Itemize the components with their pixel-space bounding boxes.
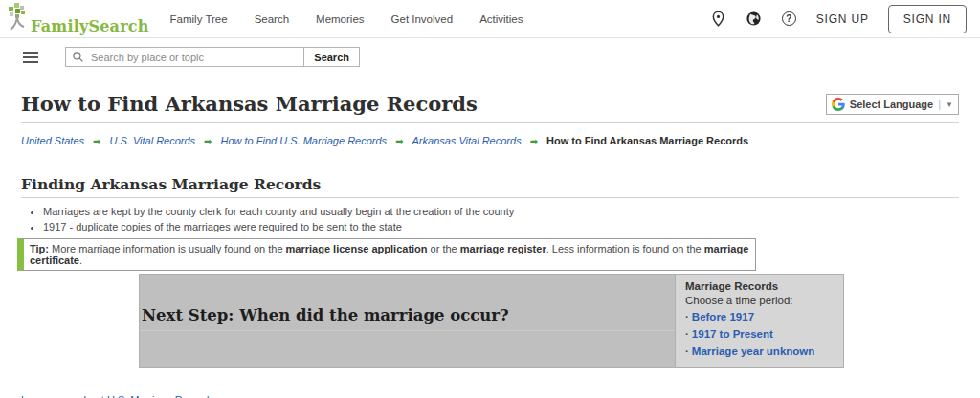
tip-bold-register: marriage register bbox=[460, 243, 546, 254]
link-before-1917[interactable]: Before 1917 bbox=[692, 311, 754, 322]
fact-list: Marriages are kept by the county clerk f… bbox=[43, 206, 964, 232]
title-row: How to Find Arkansas Marriage Records Se… bbox=[16, 92, 964, 116]
tip-box: Tip: More marriage information is usuall… bbox=[17, 238, 756, 271]
fact-item: 1917 - duplicate copies of the marriages… bbox=[43, 221, 964, 232]
link-1917-to-present[interactable]: 1917 to Present bbox=[692, 328, 773, 340]
link-marriage-year-unknown[interactable]: Marriage year unknown bbox=[692, 345, 814, 357]
bullet-dot: · bbox=[685, 311, 689, 322]
tip-label: Tip: bbox=[30, 243, 49, 254]
nav-activities[interactable]: Activities bbox=[479, 13, 523, 25]
language-separator: | bbox=[938, 99, 941, 110]
select-language-label: Select Language bbox=[850, 99, 933, 110]
main-nav: Family Tree Search Memories Get Involved… bbox=[170, 13, 523, 25]
tip-text: More marriage information is usually fou… bbox=[49, 243, 286, 254]
breadcrumb-current-page: How to Find Arkansas Marriage Records bbox=[546, 135, 748, 146]
page-title: How to Find Arkansas Marriage Records bbox=[21, 92, 478, 116]
breadcrumb-us-marriage-records[interactable]: How to Find U.S. Marriage Records bbox=[221, 135, 388, 146]
search-bar: Search bbox=[65, 47, 360, 67]
breadcrumb-arrow-icon: ➡ bbox=[530, 136, 538, 146]
breadcrumb: United States ➡ U.S. Vital Records ➡ How… bbox=[16, 135, 964, 146]
location-pin-icon[interactable] bbox=[710, 11, 726, 27]
familysearch-logo[interactable]: FamilySearch bbox=[8, 3, 149, 35]
panel-subtitle: Choose a time period: bbox=[685, 295, 834, 306]
next-step-empty-row bbox=[140, 331, 675, 356]
bullet-dot: · bbox=[685, 328, 689, 340]
nav-search[interactable]: Search bbox=[255, 13, 289, 25]
search-input[interactable] bbox=[66, 48, 303, 66]
bullet-dot: · bbox=[685, 345, 689, 357]
breadcrumb-united-states[interactable]: United States bbox=[21, 135, 84, 146]
tip-text: . Less information is found on the bbox=[546, 243, 704, 254]
panel-link-row: ·1917 to Present bbox=[685, 327, 834, 342]
panel-link-row: ·Marriage year unknown bbox=[685, 344, 834, 359]
top-header: FamilySearch Family Tree Search Memories… bbox=[0, 0, 980, 38]
breadcrumb-arrow-icon: ➡ bbox=[93, 136, 100, 146]
breadcrumb-us-vital-records[interactable]: U.S. Vital Records bbox=[109, 135, 195, 146]
sign-in-button[interactable]: SIGN IN bbox=[888, 5, 967, 33]
breadcrumb-arkansas-vital-records[interactable]: Arkansas Vital Records bbox=[412, 135, 522, 146]
globe-language-icon[interactable] bbox=[746, 11, 762, 27]
wiki-search-row: Search bbox=[0, 38, 980, 75]
next-step-question-cell: Next Step: When did the marriage occur? bbox=[139, 274, 675, 368]
fact-item: Marriages are kept by the county clerk f… bbox=[43, 206, 964, 217]
panel-link-row: ·Before 1917 bbox=[685, 310, 834, 324]
google-g-icon bbox=[832, 98, 845, 111]
header-right: ? SIGN UP SIGN IN bbox=[710, 5, 967, 33]
hamburger-menu-icon[interactable] bbox=[23, 49, 38, 66]
breadcrumb-arrow-icon: ➡ bbox=[395, 136, 403, 146]
tree-icon bbox=[8, 3, 29, 35]
search-icon bbox=[72, 51, 84, 63]
tip-text: . bbox=[79, 254, 82, 266]
breadcrumb-arrow-icon: ➡ bbox=[204, 136, 212, 146]
tip-text: or the bbox=[428, 243, 460, 254]
marriage-records-panel: Marriage Records Choose a time period: ·… bbox=[675, 274, 844, 368]
finding-section-heading: Finding Arkansas Marriage Records bbox=[21, 175, 959, 197]
brand-wordmark: FamilySearch bbox=[31, 17, 149, 35]
next-step-question: Next Step: When did the marriage occur? bbox=[140, 275, 675, 331]
nav-get-involved[interactable]: Get Involved bbox=[391, 13, 454, 25]
search-input-box bbox=[66, 48, 303, 66]
help-glyph: ? bbox=[782, 11, 796, 26]
help-icon[interactable]: ? bbox=[781, 11, 797, 27]
select-language-widget[interactable]: Select Language | ▼ bbox=[826, 94, 959, 115]
panel-title: Marriage Records bbox=[685, 280, 834, 292]
learn-more-link[interactable]: Learn more about U.S. Marriage Records bbox=[21, 394, 214, 398]
title-divider bbox=[21, 122, 959, 123]
search-button[interactable]: Search bbox=[303, 48, 359, 66]
main-content: How to Find Arkansas Marriage Records Se… bbox=[0, 75, 980, 398]
finding-section-divider bbox=[21, 197, 959, 198]
next-step-table: Next Step: When did the marriage occur? … bbox=[139, 274, 844, 368]
nav-family-tree[interactable]: Family Tree bbox=[170, 13, 228, 25]
nav-memories[interactable]: Memories bbox=[316, 13, 364, 25]
sign-up-link[interactable]: SIGN UP bbox=[816, 12, 869, 26]
chevron-down-icon: ▼ bbox=[946, 100, 953, 109]
tip-bold-license-application: marriage license application bbox=[286, 243, 428, 254]
